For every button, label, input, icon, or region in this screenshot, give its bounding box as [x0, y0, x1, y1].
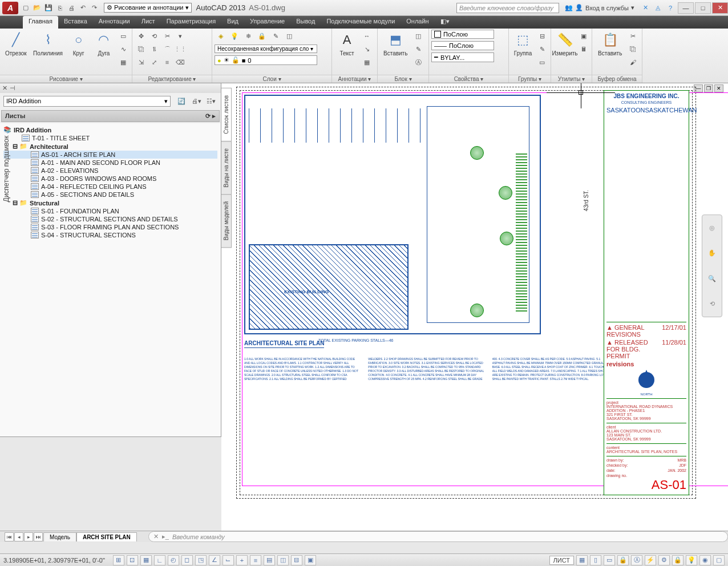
- lwt-icon[interactable]: ≡: [250, 555, 261, 565]
- array-icon[interactable]: ⋮⋮: [174, 43, 187, 55]
- infocenter-search[interactable]: Введите ключевое слово/фразу: [456, 3, 559, 13]
- drawing-canvas[interactable]: Список листов Виды на листе Виды моделей…: [221, 83, 728, 537]
- table-icon[interactable]: ▦: [361, 56, 373, 68]
- hatch-icon[interactable]: ▦: [117, 56, 130, 68]
- chevron-down-icon[interactable]: ▾: [174, 30, 187, 42]
- annoscale-icon[interactable]: 🔒: [617, 555, 629, 565]
- sheet-item[interactable]: S-02 - STRUCTURAL SECTIONS AND DETAILS: [3, 215, 217, 223]
- layout-tab[interactable]: ARCH SITE PLAN: [76, 532, 137, 541]
- sc-icon[interactable]: ⊟: [291, 555, 302, 565]
- first-tab-icon[interactable]: ⏮: [5, 532, 14, 541]
- grid-display-icon[interactable]: ▦: [576, 555, 588, 565]
- panel-draw-title[interactable]: Рисование ▾: [0, 75, 132, 83]
- layeriso-icon[interactable]: ◫: [283, 30, 296, 42]
- maximize-button[interactable]: □: [695, 2, 711, 14]
- scale-icon[interactable]: ⤢: [148, 56, 160, 68]
- panel-modify-title[interactable]: Редактирование ▾: [132, 75, 212, 83]
- layer-dropdown[interactable]: ●☀🔓■0: [215, 55, 317, 65]
- ssm-publish-icon[interactable]: 🖨▾: [190, 95, 203, 107]
- sheet-item[interactable]: T-01 - TITLE SHEET: [3, 134, 217, 142]
- create-block-icon[interactable]: ◫: [412, 30, 424, 42]
- panel-block-title[interactable]: Блок ▾: [378, 75, 428, 83]
- mirror-icon[interactable]: ⥮: [148, 43, 160, 55]
- category-architectural[interactable]: ⊟ 📁 Architectural: [3, 142, 217, 151]
- command-line[interactable]: ✕ ▸_ Введите команду: [148, 531, 728, 542]
- close-button[interactable]: ✕: [712, 2, 728, 14]
- sheet-item[interactable]: A-04 - REFLECTED CEILING PLANS: [3, 183, 217, 191]
- move-icon[interactable]: ✥: [135, 30, 147, 42]
- ssm-caption[interactable]: Листы⟳ ▸: [1, 110, 220, 122]
- copy-clip-icon[interactable]: ⿻: [626, 43, 639, 55]
- autoscale-icon[interactable]: ⚡: [645, 555, 656, 565]
- next-tab-icon[interactable]: ▸: [24, 532, 33, 541]
- sheet-item[interactable]: S-01 - FOUNDATION PLAN: [3, 207, 217, 215]
- prev-tab-icon[interactable]: ◂: [14, 532, 23, 541]
- otrack-icon[interactable]: ∠: [209, 555, 220, 565]
- line-button[interactable]: ╱Отрезок: [2, 30, 30, 58]
- annovisibility-icon[interactable]: Ⓐ: [631, 555, 642, 565]
- layerstate-dropdown[interactable]: Несохраненная конфигурация сло ▾: [215, 45, 317, 53]
- hardware-accel-icon[interactable]: 💡: [686, 555, 697, 565]
- workspace-dropdown[interactable]: ⚙ Рисование и аннотации ▾: [104, 3, 192, 13]
- side-tab-modelviews[interactable]: Виды моделей: [221, 194, 232, 248]
- groupbbox-icon[interactable]: ▭: [536, 56, 548, 68]
- side-tab-sheetviews[interactable]: Виды на листе: [221, 141, 232, 195]
- offset-icon[interactable]: ≡: [161, 56, 173, 68]
- minimize-button[interactable]: —: [678, 2, 694, 14]
- autodesk360-icon[interactable]: 👥: [564, 3, 574, 13]
- selectall-icon[interactable]: ▣: [577, 30, 590, 42]
- polyline-button[interactable]: ⌇Полилиния: [31, 30, 66, 58]
- panel-layers-title[interactable]: Слои ▾: [212, 75, 331, 83]
- fillet-icon[interactable]: ⌒: [161, 43, 173, 55]
- osnap-icon[interactable]: ◻: [181, 555, 193, 565]
- chevron-icon[interactable]: ⟳ ▸: [205, 112, 216, 120]
- sheet-item[interactable]: AS-01 - ARCH SITE PLAN: [3, 151, 217, 159]
- exchange-icon[interactable]: ✕: [640, 3, 650, 13]
- tab-output[interactable]: Вывод: [290, 16, 321, 29]
- tab-parametric[interactable]: Параметризация: [161, 16, 221, 29]
- edit-block-icon[interactable]: ✎: [412, 43, 424, 55]
- panel-groups-title[interactable]: Группы ▾: [509, 75, 551, 83]
- save-icon[interactable]: 💾: [43, 3, 54, 13]
- text-button[interactable]: AТекст: [334, 30, 359, 58]
- pin-icon[interactable]: ⊣: [10, 84, 15, 92]
- signin-button[interactable]: 👤Вход в службы▾: [575, 4, 634, 11]
- tab-online[interactable]: Онлайн: [401, 16, 434, 29]
- child-restore-icon[interactable]: ❐: [704, 84, 713, 92]
- layerfreeze-icon[interactable]: ❄: [242, 30, 254, 42]
- steering-wheel-icon[interactable]: ◎: [709, 224, 715, 232]
- linetype-dropdown[interactable]: ——ПоСлою: [431, 41, 494, 50]
- sheet-item[interactable]: S-04 - STRUCTURAL SECTIONS: [3, 231, 217, 239]
- isolate-icon[interactable]: ◉: [699, 555, 711, 565]
- model-tab[interactable]: Модель: [43, 532, 76, 541]
- layeroff-icon[interactable]: 💡: [228, 30, 241, 42]
- side-tab-sheetlist[interactable]: Список листов: [221, 88, 232, 142]
- sheet-item[interactable]: S-03 - FLOOR FRAMING PLAN AND SECTIONS: [3, 223, 217, 231]
- redo-icon[interactable]: ↷: [89, 3, 99, 13]
- layermatch-icon[interactable]: ✎: [269, 30, 282, 42]
- child-close-icon[interactable]: ✕: [714, 84, 723, 92]
- sheet-item[interactable]: A-03 - DOORS WINDOWS AND ROOMS: [3, 175, 217, 183]
- layerprops-icon[interactable]: ◈: [215, 30, 227, 42]
- insert-block-button[interactable]: ⬒Вставить: [380, 30, 411, 58]
- rectangle-icon[interactable]: ▭: [117, 30, 130, 42]
- zoom-icon[interactable]: 🔍: [708, 275, 716, 282]
- sheet-item[interactable]: A-05 - SECTIONS AND DETAILS: [3, 191, 217, 199]
- color-dropdown[interactable]: ПоСлою: [431, 30, 494, 39]
- saveas-icon[interactable]: ⎘: [55, 3, 65, 13]
- stretch-icon[interactable]: ⇲: [135, 56, 147, 68]
- tab-layout[interactable]: Лист: [136, 16, 161, 29]
- attribute-icon[interactable]: Ⓐ: [412, 56, 424, 68]
- tree-root[interactable]: 📚 IRD Addition: [3, 126, 217, 134]
- qv-drawings-icon[interactable]: ▭: [604, 555, 615, 565]
- circle-button[interactable]: ○Круг: [67, 30, 91, 58]
- last-tab-icon[interactable]: ⏭: [34, 532, 43, 541]
- undo-icon[interactable]: ↶: [78, 3, 88, 13]
- sheetset-selector[interactable]: IRD Addition▾: [3, 96, 171, 107]
- tab-view[interactable]: Вид: [221, 16, 244, 29]
- quickcalc-icon[interactable]: 🖩: [577, 43, 590, 55]
- panel-annot-title[interactable]: Аннотации ▾: [332, 75, 377, 83]
- leader-icon[interactable]: ↘: [361, 43, 373, 55]
- toolbar-lock-icon[interactable]: 🔒: [672, 555, 683, 565]
- paste-button[interactable]: 📋Вставить: [594, 30, 625, 58]
